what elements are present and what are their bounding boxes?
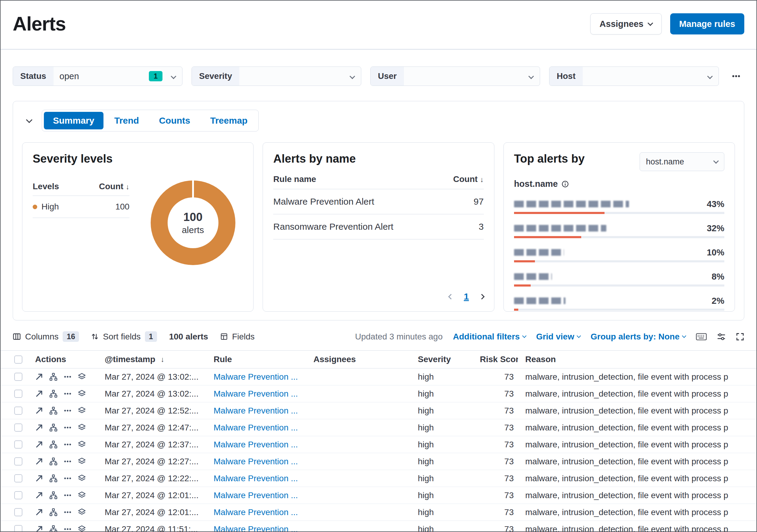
group-alerts-by-button[interactable]: Group alerts by: None: [590, 332, 685, 342]
rule-link[interactable]: Malware Prevention ...: [206, 440, 306, 449]
analyze-event-icon[interactable]: [49, 373, 57, 381]
more-filters-icon[interactable]: [728, 71, 744, 81]
severity-donut-chart[interactable]: 100 alerts: [151, 181, 235, 265]
more-actions-icon[interactable]: [64, 373, 72, 381]
more-actions-icon[interactable]: [64, 440, 72, 449]
previous-page-icon[interactable]: [449, 295, 453, 299]
rule-link[interactable]: Malware Prevention ...: [206, 524, 306, 532]
investigate-in-timeline-icon[interactable]: [78, 390, 86, 398]
next-page-icon[interactable]: [480, 295, 484, 299]
more-actions-icon[interactable]: [64, 525, 72, 532]
rule-link[interactable]: Malware Prevention ...: [206, 508, 306, 517]
analyze-event-icon[interactable]: [49, 440, 57, 449]
row-checkbox[interactable]: [14, 440, 22, 449]
top-alert-row[interactable]: 10%: [514, 244, 724, 262]
severity-filter[interactable]: Severity: [192, 67, 361, 86]
expand-alert-icon[interactable]: [35, 440, 43, 449]
rule-link[interactable]: Malware Prevention ...: [206, 406, 306, 416]
count-column-header[interactable]: Count↓: [99, 182, 130, 191]
row-checkbox[interactable]: [14, 373, 22, 381]
investigate-in-timeline-icon[interactable]: [78, 424, 86, 432]
investigate-in-timeline-icon[interactable]: [78, 373, 86, 381]
more-actions-icon[interactable]: [64, 406, 72, 415]
rule-link[interactable]: Malware Prevention ...: [206, 474, 306, 483]
tab-counts[interactable]: Counts: [150, 112, 199, 129]
row-checkbox[interactable]: [14, 525, 22, 532]
risk-score-column-header[interactable]: Risk Score: [472, 354, 518, 364]
more-actions-icon[interactable]: [64, 508, 72, 516]
expand-alert-icon[interactable]: [35, 525, 43, 532]
analyze-event-icon[interactable]: [49, 457, 57, 465]
analyze-event-icon[interactable]: [49, 406, 57, 415]
analyze-event-icon[interactable]: [49, 390, 57, 398]
reason-column-header[interactable]: Reason: [518, 354, 756, 364]
row-checkbox[interactable]: [14, 457, 22, 465]
expand-alert-icon[interactable]: [35, 406, 43, 415]
top-alerts-field-select[interactable]: host.name: [640, 152, 724, 171]
additional-filters-button[interactable]: Additional filters: [453, 332, 526, 342]
levels-column-header[interactable]: Levels: [33, 182, 59, 191]
analyze-event-icon[interactable]: [49, 491, 57, 499]
assignees-button[interactable]: Assignees: [590, 13, 662, 35]
severity-column-header[interactable]: Severity: [410, 354, 472, 364]
expand-alert-icon[interactable]: [35, 373, 43, 381]
select-all-checkbox[interactable]: [14, 355, 22, 364]
more-actions-icon[interactable]: [64, 491, 72, 499]
analyze-event-icon[interactable]: [49, 424, 57, 432]
investigate-in-timeline-icon[interactable]: [78, 440, 86, 449]
more-actions-icon[interactable]: [64, 457, 72, 465]
columns-button[interactable]: Columns 16: [13, 331, 79, 342]
rule-link[interactable]: Malware Prevention ...: [206, 372, 306, 382]
top-alert-row[interactable]: 8%: [514, 269, 724, 287]
more-actions-icon[interactable]: [64, 474, 72, 483]
rule-link[interactable]: Malware Prevention ...: [206, 423, 306, 433]
investigate-in-timeline-icon[interactable]: [78, 491, 86, 499]
tab-treemap[interactable]: Treemap: [201, 112, 257, 129]
grid-view-button[interactable]: Grid view: [536, 332, 580, 342]
manage-rules-button[interactable]: Manage rules: [670, 13, 744, 35]
count-column-header[interactable]: Count↓: [453, 174, 484, 184]
analyze-event-icon[interactable]: [49, 525, 57, 532]
row-checkbox[interactable]: [14, 390, 22, 398]
expand-alert-icon[interactable]: [35, 424, 43, 432]
user-filter[interactable]: User: [370, 67, 540, 86]
keyboard-shortcuts-icon[interactable]: [696, 333, 707, 341]
investigate-in-timeline-icon[interactable]: [78, 406, 86, 415]
expand-alert-icon[interactable]: [35, 390, 43, 398]
analyze-event-icon[interactable]: [49, 508, 57, 516]
row-checkbox[interactable]: [14, 508, 22, 516]
row-checkbox[interactable]: [14, 474, 22, 483]
investigate-in-timeline-icon[interactable]: [78, 474, 86, 483]
top-alert-row[interactable]: 32%: [514, 220, 724, 238]
investigate-in-timeline-icon[interactable]: [78, 525, 86, 532]
top-alert-row[interactable]: 43%: [514, 196, 724, 214]
analyze-event-icon[interactable]: [49, 474, 57, 483]
investigate-in-timeline-icon[interactable]: [78, 457, 86, 465]
investigate-in-timeline-icon[interactable]: [78, 508, 86, 516]
row-checkbox[interactable]: [14, 406, 22, 415]
more-actions-icon[interactable]: [64, 424, 72, 432]
expand-alert-icon[interactable]: [35, 457, 43, 465]
status-filter[interactable]: Status open 1: [13, 67, 182, 86]
expand-alert-icon[interactable]: [35, 474, 43, 483]
rule-column-header[interactable]: Rule: [206, 354, 306, 364]
assignees-column-header[interactable]: Assignees: [306, 354, 410, 364]
rule-name-column-header[interactable]: Rule name: [273, 174, 316, 184]
tab-trend[interactable]: Trend: [105, 112, 148, 129]
top-alert-row[interactable]: 2%: [514, 293, 724, 311]
tab-summary[interactable]: Summary: [44, 112, 104, 129]
collapse-charts-chevron-icon[interactable]: [27, 119, 31, 122]
rule-link[interactable]: Malware Prevention ...: [206, 389, 306, 399]
more-actions-icon[interactable]: [64, 390, 72, 398]
row-checkbox[interactable]: [14, 491, 22, 499]
host-filter[interactable]: Host: [549, 67, 719, 86]
sort-fields-button[interactable]: Sort fields 1: [91, 331, 157, 342]
fullscreen-icon[interactable]: [736, 332, 744, 341]
expand-alert-icon[interactable]: [35, 508, 43, 516]
rule-link[interactable]: Malware Prevention ...: [206, 457, 306, 466]
row-checkbox[interactable]: [14, 424, 22, 432]
rule-link[interactable]: Malware Prevention ...: [206, 490, 306, 500]
display-options-icon[interactable]: [717, 332, 726, 341]
page-number[interactable]: 1: [464, 292, 469, 302]
expand-alert-icon[interactable]: [35, 491, 43, 499]
